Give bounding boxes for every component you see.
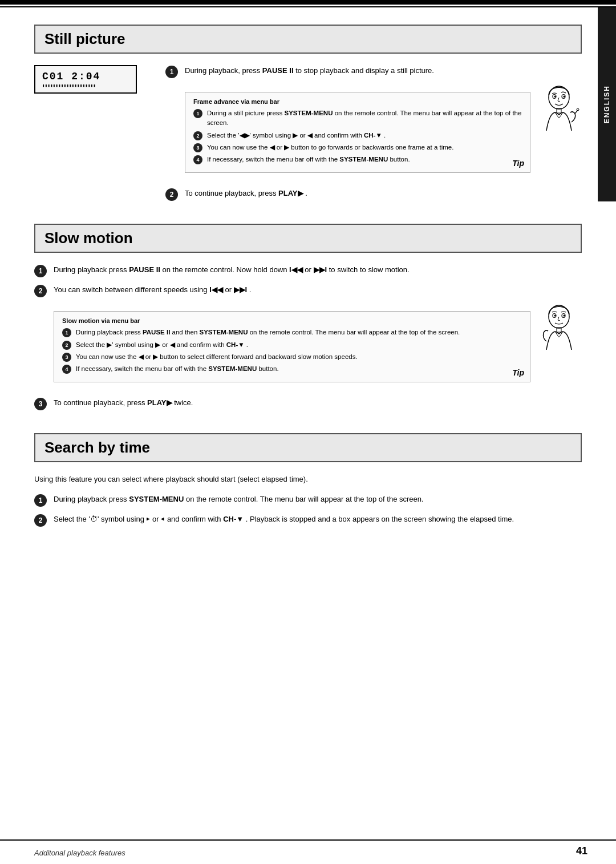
still-step2-circle: 2 [165, 188, 178, 201]
slow-motion-header: Slow motion [34, 224, 582, 253]
character-illustration-1 [536, 85, 582, 136]
search-step2-circle: 2 [34, 514, 47, 527]
still-tip-item2: 2 Select the '◀▶' symbol using ▶ or ◀ an… [193, 131, 522, 140]
page-footer: Additonal playback features 41 [0, 839, 616, 864]
svg-point-2 [554, 96, 556, 98]
slow-tip-circle2: 2 [62, 341, 71, 350]
still-tip-area: Frame advance via menu bar 1 During a st… [185, 85, 582, 182]
still-tip-label: Tip [512, 159, 524, 168]
footer-page-number: 41 [576, 845, 587, 857]
slow-tip-label: Tip [512, 368, 524, 377]
search-step1-text: During playback press SYSTEM-MENU on the… [54, 494, 582, 505]
slow-tip-item3: 3 You can now use the ◀ or ▶ button to s… [62, 352, 522, 362]
slow-tip-circle1: 1 [62, 328, 71, 337]
search-by-time-header: Search by time [34, 433, 582, 462]
slow-tip-circle4: 4 [62, 365, 71, 374]
slow-step2: 2 You can switch between different speed… [34, 284, 582, 297]
search-step1: 1 During playback press SYSTEM-MENU on t… [34, 494, 582, 507]
slow-tip-circle3: 3 [62, 353, 71, 362]
slow-tip-text3: You can now use the ◀ or ▶ button to sel… [76, 352, 522, 362]
slow-step1-text: During playback press PAUSE II on the re… [54, 264, 582, 276]
svg-point-9 [554, 315, 556, 317]
top-border-thick [0, 0, 616, 5]
still-tip-item4: 4 If necessary, switch the menu bar off … [193, 155, 522, 164]
search-intro-text: Using this feature you can select where … [34, 474, 582, 486]
slow-step3-text: To continue playback, press PLAY▶ twice. [54, 397, 582, 409]
still-picture-section: Still picture C01 2:04 ▮▮▮▮▮▮▮▮▮▮▮▮▮▮▮▮▮… [34, 25, 582, 208]
slow-step2-circle: 2 [34, 285, 47, 297]
character-svg-2 [538, 304, 581, 356]
search-step2-text: Select the '⏱' symbol using ▶ or ◀ and c… [54, 514, 582, 525]
still-tip-circle2: 2 [193, 131, 202, 140]
still-tip-circle4: 4 [193, 155, 202, 164]
slow-step3-circle: 3 [34, 398, 47, 410]
still-tip-text4: If necessary, switch the menu bar off wi… [207, 155, 522, 164]
slow-tip-text4: If necessary, switch the menu bar off wi… [76, 364, 522, 374]
display-progress: ▮▮▮▮▮▮▮▮▮▮▮▮▮▮▮▮▮▮▮▮ [42, 83, 129, 88]
slow-motion-title: Slow motion [44, 229, 572, 247]
slow-step3: 3 To continue playback, press PLAY▶ twic… [34, 397, 582, 410]
slow-tip-item1: 1 During playback press PAUSE II and the… [62, 328, 522, 337]
still-step2-text: To continue playback, press PLAY▶ . [185, 188, 582, 199]
still-step2: 2 To continue playback, press PLAY▶ . [165, 188, 582, 201]
svg-point-4 [563, 96, 565, 98]
still-tip-text1: During a still picture press SYSTEM-MENU… [207, 108, 522, 128]
slow-step1-circle: 1 [34, 265, 47, 277]
slow-tip-title: Slow motion via menu bar [62, 317, 522, 324]
sidebar-english: ENGLISH [598, 7, 616, 201]
slow-tip-item4: 4 If necessary, switch the menu bar off … [62, 364, 522, 374]
slow-tip-box: Slow motion via menu bar 1 During playba… [54, 311, 530, 382]
search-by-time-title: Search by time [44, 439, 572, 457]
display-box: C01 2:04 ▮▮▮▮▮▮▮▮▮▮▮▮▮▮▮▮▮▮▮▮ [34, 65, 137, 94]
still-tip-item3: 3 You can now use the ◀ or ▶ button to g… [193, 143, 522, 152]
still-tip-text2: Select the '◀▶' symbol using ▶ or ◀ and … [207, 131, 522, 140]
still-tip-box: Frame advance via menu bar 1 During a st… [185, 92, 530, 173]
slow-tip-item2: 2 Select the ▶' symbol using ▶ or ◀ and … [62, 340, 522, 350]
slow-tip-area: Slow motion via menu bar 1 During playba… [54, 304, 582, 391]
slow-tip-text2: Select the ▶' symbol using ▶ or ◀ and co… [76, 340, 522, 350]
still-tip-item1: 1 During a still picture press SYSTEM-ME… [193, 108, 522, 128]
still-tip-circle3: 3 [193, 143, 202, 152]
slow-step1: 1 During playback press PAUSE II on the … [34, 264, 582, 277]
still-step1-text: During playback, press PAUSE II to stop … [185, 65, 582, 76]
still-tip-circle1: 1 [193, 109, 202, 118]
character-illustration-2 [536, 304, 582, 356]
slow-step2-text: You can switch between different speeds … [54, 284, 582, 296]
search-step2: 2 Select the '⏱' symbol using ▶ or ◀ and… [34, 514, 582, 527]
still-step1-circle: 1 [165, 66, 178, 78]
character-svg-1 [538, 85, 581, 136]
search-by-time-section: Search by time Using this feature you ca… [34, 433, 582, 534]
still-tip-title: Frame advance via menu bar [193, 98, 522, 105]
sidebar-english-label: ENGLISH [603, 85, 611, 123]
footer-left-text: Additonal playback features [34, 849, 125, 857]
still-picture-title: Still picture [44, 30, 572, 48]
slow-motion-section: Slow motion 1 During playback press PAUS… [34, 224, 582, 417]
still-step1: 1 During playback, press PAUSE II to sto… [165, 65, 582, 78]
svg-point-11 [563, 315, 565, 317]
slow-tip-text1: During playback press PAUSE II and then … [76, 328, 522, 337]
display-time: C01 2:04 [42, 71, 129, 82]
search-step1-circle: 1 [34, 494, 47, 507]
still-tip-text3: You can now use the ◀ or ▶ button to go … [207, 143, 522, 152]
still-picture-header: Still picture [34, 25, 582, 54]
